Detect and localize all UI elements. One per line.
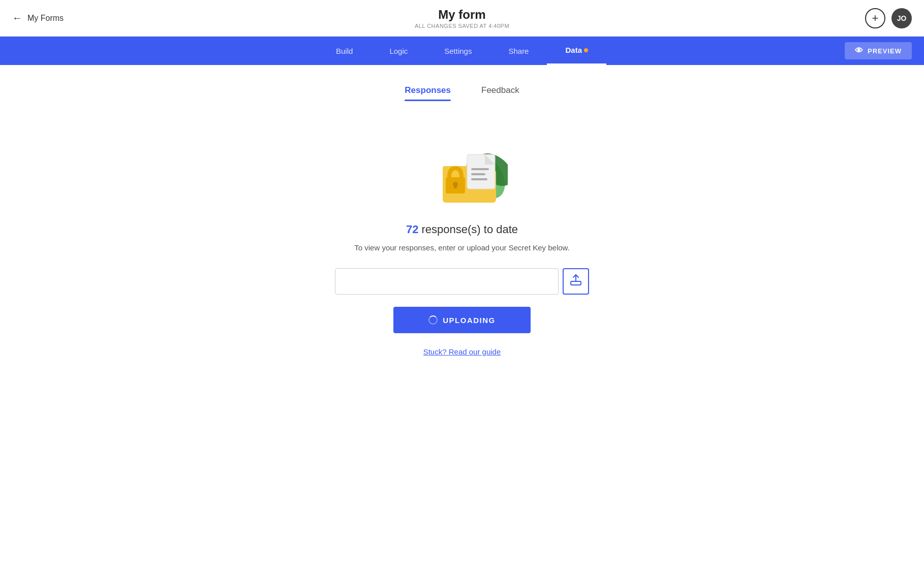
header-right: + JO	[865, 8, 912, 28]
data-dot	[584, 48, 588, 52]
nav-items: Build Logic Settings Share Data	[318, 37, 606, 65]
upload-icon	[570, 274, 581, 288]
tab-feedback[interactable]: Feedback	[481, 85, 519, 101]
illustration	[416, 126, 508, 208]
nav-item-share[interactable]: Share	[490, 37, 547, 65]
main-content: Responses Feedback	[0, 65, 924, 578]
svg-rect-8	[467, 154, 495, 189]
tabs: Responses Feedback	[405, 85, 519, 101]
form-title: My form	[415, 8, 509, 22]
response-number: 72	[406, 223, 418, 236]
preview-button[interactable]: 👁 PREVIEW	[845, 42, 912, 59]
back-nav[interactable]: ← My Forms	[12, 12, 64, 24]
upload-key-button[interactable]	[563, 268, 589, 295]
nav-item-data[interactable]: Data	[547, 37, 606, 65]
guide-link[interactable]: Stuck? Read our guide	[423, 347, 501, 356]
nav-item-logic[interactable]: Logic	[371, 37, 426, 65]
save-status: ALL CHANGES SAVED AT 4:40PM	[415, 23, 509, 29]
uploading-button[interactable]: UPLOADING	[393, 307, 531, 333]
nav-bar: Build Logic Settings Share Data 👁 PREVIE…	[0, 37, 924, 65]
svg-rect-7	[454, 184, 457, 188]
secret-key-input[interactable]	[335, 268, 559, 295]
response-count: 72 response(s) to date	[406, 223, 518, 236]
svg-rect-13	[571, 281, 581, 285]
add-button[interactable]: +	[865, 8, 885, 28]
back-label: My Forms	[27, 14, 64, 23]
key-input-area	[335, 268, 589, 295]
loading-spinner	[428, 315, 438, 325]
nav-item-settings[interactable]: Settings	[426, 37, 490, 65]
eye-icon: 👁	[855, 46, 864, 55]
svg-rect-11	[471, 173, 485, 175]
svg-rect-10	[471, 168, 489, 170]
avatar[interactable]: JO	[891, 8, 912, 28]
response-description: To view your responses, enter or upload …	[354, 243, 570, 252]
back-arrow-icon: ←	[12, 12, 22, 24]
header-center: My form ALL CHANGES SAVED AT 4:40PM	[415, 8, 509, 29]
top-header: ← My Forms My form ALL CHANGES SAVED AT …	[0, 0, 924, 37]
tab-responses[interactable]: Responses	[405, 85, 451, 101]
nav-item-build[interactable]: Build	[318, 37, 371, 65]
svg-rect-12	[471, 178, 487, 180]
